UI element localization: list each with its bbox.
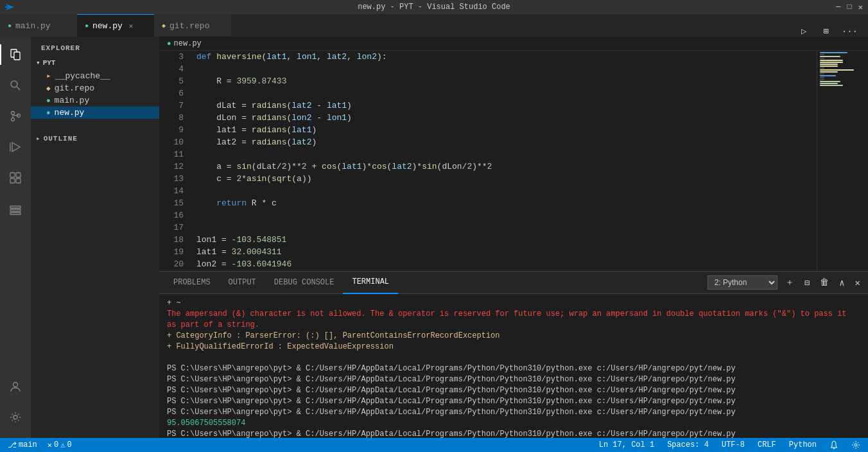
svg-point-2 [11, 81, 17, 87]
svg-point-17 [13, 383, 18, 387]
sidebar-item-gitrepo[interactable]: ◆ git.repo [31, 82, 159, 94]
sidebar-item-mainpy[interactable]: ● main.py [31, 94, 159, 107]
tab-output[interactable]: OUTPUT [220, 272, 265, 294]
code-editor[interactable]: 34567891011121314151617181920 def havers… [159, 51, 817, 271]
main-py-icon: ● [8, 22, 12, 30]
svg-point-18 [13, 415, 17, 419]
activity-extensions[interactable] [0, 162, 31, 193]
title-bar-right: ─ □ ✕ [836, 3, 863, 12]
terminal-split-btn[interactable]: ⊟ [802, 276, 812, 290]
status-notifications[interactable] [827, 440, 841, 449]
sidebar-item-pycache[interactable]: ▸ __pycache__ [31, 69, 159, 82]
breadcrumb-icon: ● [167, 40, 171, 48]
status-eol[interactable]: CRLF [755, 440, 779, 449]
line-number: 15 [167, 197, 184, 209]
sidebar-project-title[interactable]: ▾ PYT [31, 56, 159, 69]
more-button[interactable]: ··· [838, 26, 862, 37]
tab-terminal[interactable]: TERMINAL [343, 272, 398, 294]
maximize-btn[interactable]: □ [847, 3, 852, 12]
error-icon: ✕ [48, 440, 52, 450]
tab-main-py-label: main.py [15, 21, 51, 31]
tab-new-py-close[interactable]: ✕ [129, 22, 134, 30]
sidebar-outline[interactable]: ▸ OUTLINE [31, 132, 159, 145]
terminal-trash-btn[interactable]: 🗑 [817, 276, 831, 289]
line-number: 6 [167, 87, 184, 100]
terminal-shell-select[interactable]: 2: Python 1: PowerShell [707, 275, 777, 290]
terminal-content[interactable]: + ~The ampersand (&) character is not al… [159, 294, 868, 438]
line-number: 7 [167, 100, 184, 112]
git-repo-icon: ◆ [162, 22, 166, 30]
minimize-btn[interactable]: ─ [836, 3, 840, 12]
editor-area: ● new.py 34567891011121314151617181920 d… [159, 37, 868, 438]
breadcrumb-text: new.py [174, 39, 202, 48]
tab-problems[interactable]: PROBLEMS [164, 272, 220, 294]
status-bar: ⎇ main ✕ 0 ⚠ 0 Ln 17, Col 1 Spaces: 4 UT… [0, 438, 868, 452]
svg-rect-14 [10, 206, 21, 208]
activity-search[interactable] [0, 70, 31, 101]
line-number: 12 [167, 161, 184, 173]
tab-main-py[interactable]: ● main.py [0, 14, 77, 37]
run-button[interactable]: ▷ [794, 26, 814, 37]
code-line: lat1 = 32.0004311 [196, 246, 812, 258]
line-number: 9 [167, 124, 184, 136]
code-line [196, 87, 812, 100]
new-py-icon: ● [85, 22, 89, 30]
chevron-down-icon: ▾ [36, 58, 40, 67]
activity-account[interactable] [0, 371, 31, 402]
svg-point-5 [12, 118, 15, 121]
tab-git-repo[interactable]: ◆ git.repo [154, 14, 231, 37]
status-language[interactable]: Python [786, 440, 819, 449]
code-line [196, 63, 812, 75]
tab-new-py[interactable]: ● new.py ✕ [77, 14, 154, 37]
activity-source-control[interactable] [0, 101, 31, 132]
close-btn[interactable]: ✕ [858, 3, 863, 12]
breadcrumb: ● new.py [159, 37, 868, 51]
svg-line-3 [17, 87, 20, 90]
main-area: EXPLORER ▾ PYT ▸ __pycache__ ◆ git.repo … [0, 37, 868, 438]
svg-rect-15 [10, 209, 21, 211]
code-line: return R * c [196, 197, 812, 209]
svg-point-4 [12, 112, 15, 115]
status-position[interactable]: Ln 17, Col 1 [596, 440, 657, 449]
line-number: 5 [167, 75, 184, 87]
code-content[interactable]: def haversine(lat1, lon1, lat2, lon2): R… [191, 51, 817, 271]
sidebar-item-newpy[interactable]: ● new.py [31, 107, 159, 119]
code-line: a = sin(dLat/2)**2 + cos(lat1)*cos(lat2)… [196, 161, 812, 173]
terminal-panel: PROBLEMS OUTPUT DEBUG CONSOLE TERMINAL 2… [159, 271, 868, 438]
status-language-label: Python [789, 440, 817, 449]
status-settings[interactable] [849, 440, 863, 449]
terminal-chevron-up-btn[interactable]: ∧ [837, 276, 847, 290]
layout-button[interactable]: ⊞ [819, 26, 832, 37]
svg-rect-16 [10, 213, 21, 214]
svg-rect-10 [10, 173, 15, 177]
code-line: def haversine(lat1, lon1, lat2, lon2): [196, 51, 812, 63]
status-encoding[interactable]: UTF-8 [719, 440, 747, 449]
terminal-add-btn[interactable]: ＋ [783, 275, 797, 290]
tab-debug-console[interactable]: DEBUG CONSOLE [265, 272, 343, 294]
title-bar-title: new.py - PYT - Visual Studio Code [358, 3, 510, 12]
sidebar-newpy-label: new.py [55, 108, 85, 117]
line-number: 4 [167, 63, 184, 75]
status-error-count: 0 [54, 440, 58, 449]
line-number: 11 [167, 148, 184, 161]
svg-rect-12 [10, 178, 15, 183]
code-line: dLon = radians(lon2 - lon1) [196, 112, 812, 124]
status-branch[interactable]: ⎇ main [5, 440, 40, 450]
activity-table[interactable] [0, 196, 31, 227]
line-number: 20 [167, 258, 184, 270]
line-number: 16 [167, 209, 184, 222]
sidebar-pycache-label: __pycache__ [55, 71, 110, 81]
activity-run[interactable] [0, 132, 31, 162]
code-line [196, 148, 812, 161]
terminal-tab-actions: 2: Python 1: PowerShell ＋ ⊟ 🗑 ∧ ✕ [707, 275, 863, 290]
status-spaces[interactable]: Spaces: 4 [664, 440, 711, 449]
activity-explorer[interactable] [0, 39, 31, 70]
minimap [817, 51, 868, 271]
activity-settings[interactable] [0, 402, 31, 433]
tab-bar: ● main.py ● new.py ✕ ◆ git.repo ▷ ⊞ ··· [0, 14, 868, 37]
svg-marker-8 [12, 143, 20, 152]
status-errors[interactable]: ✕ 0 ⚠ 0 [45, 440, 74, 450]
code-line: lat2 = radians(lat2) [196, 136, 812, 148]
terminal-tabs: PROBLEMS OUTPUT DEBUG CONSOLE TERMINAL 2… [159, 272, 868, 294]
terminal-close-btn[interactable]: ✕ [853, 276, 863, 290]
